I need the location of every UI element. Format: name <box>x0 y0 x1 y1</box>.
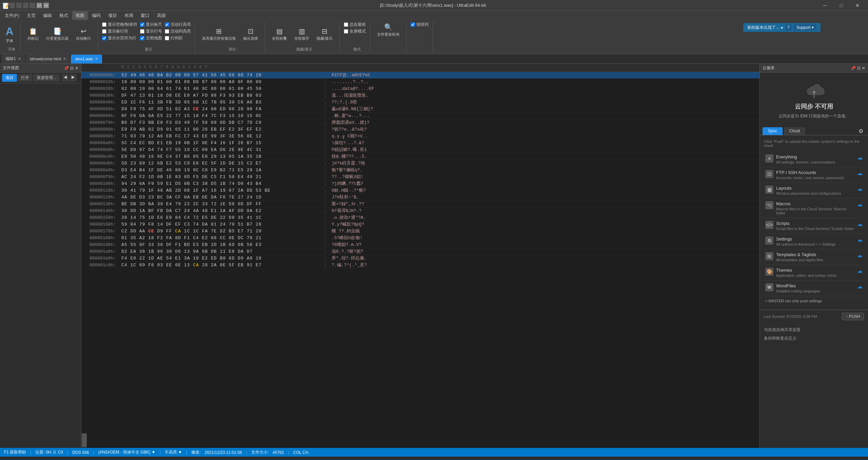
tab-sinx1[interactable]: sinx1.wav ✕ <box>71 55 102 63</box>
menu-home[interactable]: 主页 <box>23 11 39 20</box>
check-ruler-input[interactable] <box>140 22 144 27</box>
minimize-btn[interactable]: ─ <box>817 0 833 11</box>
check-show-newline[interactable]: 显示换行符 <box>102 28 137 34</box>
cloud-item-ftp[interactable]: ⊡ FTP / SSH Accounts Accounts, hosts, us… <box>764 167 864 183</box>
hex-scrollbar[interactable] <box>81 433 87 448</box>
fp-tab-open[interactable]: 打开 <box>18 74 33 82</box>
toolbar-icon-3[interactable] <box>23 3 28 8</box>
menu-format[interactable]: 格式 <box>56 11 72 20</box>
collapse-all-btn[interactable]: ▤ 全部折叠 <box>269 26 290 42</box>
tab-sinx1-close[interactable]: ✕ <box>95 57 98 61</box>
menu-project[interactable]: 项目 <box>105 11 120 20</box>
hex-row[interactable]: 00000110h:30 41 79 1F 48 AB 2D 08 1F A7 … <box>81 187 760 194</box>
menu-edit[interactable]: 编辑 <box>40 11 55 20</box>
fp-tab-project[interactable]: 项目 <box>2 74 17 82</box>
hex-row[interactable]: 000000b0h:5E D9 97 D4 74 F7 55 18 CC 00 … <box>81 147 760 153</box>
hex-row[interactable]: 00000080h:E9 F0 AB 02 D9 01 65 11 00 26 … <box>81 126 760 133</box>
hex-row[interactable]: 00000170h:C2 DD AA CE D9 FF CA 1C 1C FA … <box>81 228 760 235</box>
cloud-item-macros[interactable]: ⌥ Macros Macros files in the Cloud Servi… <box>764 198 864 218</box>
cloud-item-settings[interactable]: ⚙ Settings All options in Advanced > > S… <box>764 234 864 249</box>
check-active-col-input[interactable] <box>165 29 169 34</box>
cloud-item-layouts[interactable]: ▦ Layouts Window placements and configur… <box>764 183 864 198</box>
hex-row[interactable]: 000000f0h:AC 24 F2 1D 0B 1E 83 0D F5 DE … <box>81 174 760 180</box>
cloud-tab-sync[interactable]: Sync <box>763 127 783 135</box>
check-line-spacing-input[interactable] <box>165 36 169 40</box>
toolbar-icon-4[interactable] <box>30 3 35 8</box>
cloud-tab-cloud[interactable]: Cloud <box>784 127 805 135</box>
cloud-item-everything[interactable]: ≡ Everything All settings, themes, custo… <box>764 152 864 167</box>
menu-window[interactable]: 窗口 <box>137 11 153 20</box>
hex-row[interactable]: 000000d0h:5D 23 89 12 6B E2 53 C9 E0 EC … <box>81 160 760 167</box>
check-indent[interactable]: 缩排列 <box>411 22 429 27</box>
hex-row[interactable]: 00000010h:10 00 00 00 01 00 01 00 D0 07 … <box>81 79 760 85</box>
hex-row[interactable]: 00000140h:30 DD 1A BF FB DA C7 24 4A 48 … <box>81 208 760 214</box>
check-line-spacing[interactable]: 行间距 <box>165 35 191 41</box>
check-fullscreen-input[interactable] <box>344 29 348 34</box>
scrollbar-thumb[interactable] <box>82 434 87 447</box>
cloud-settings-btn[interactable]: ⚙ <box>856 127 865 135</box>
undo-btn[interactable]: ↩ <box>37 3 42 8</box>
cloud-item-templates[interactable]: ⊞ Templates & Taglists All templates and… <box>764 249 864 265</box>
hex-row[interactable]: 000001a0h:D2 EA 38 1B 96 30 D6 13 9A 6B … <box>81 248 760 255</box>
menu-encode[interactable]: 编码 <box>88 11 104 20</box>
toolbar-icon-1[interactable] <box>9 3 15 8</box>
poll-btn[interactable]: 🔍 文件更改轮询 <box>374 22 402 38</box>
check-docmap[interactable]: 文档地图 <box>140 35 162 41</box>
tab-edit1[interactable]: 编辑1 ✕ <box>1 55 25 63</box>
hex-row[interactable]: 00000130h:BE DB 3D BA 39 E4 79 22 2C 33 … <box>81 201 760 208</box>
cloud-panel-close[interactable]: ✕ <box>862 66 865 71</box>
row-change-btn[interactable]: 📑 行变更指示器 <box>43 26 71 42</box>
check-always-top-input[interactable] <box>344 22 348 27</box>
expand-all-btn[interactable]: ▥ 全部展开 <box>292 26 312 42</box>
cloud-extra-share[interactable]: 与其他实例共享设置 <box>764 326 864 334</box>
autowrap-btn[interactable]: ↩ 自动换行 <box>73 26 94 42</box>
cloud-item-wordfiles[interactable]: W WordFiles Installed coding languages ☁ <box>764 281 864 296</box>
check-linenum[interactable]: 显示行号 <box>140 28 162 34</box>
hex-row[interactable]: 00000040h:ED 1C F6 11 3B FB 3D 05 88 1C … <box>81 99 760 106</box>
hex-row[interactable]: 00000100h:94 29 6A F9 59 E1 D5 0B C3 38 … <box>81 180 760 187</box>
file-panel-close[interactable]: ✕ <box>75 66 78 71</box>
tab-idm[interactable]: idmwelcome.html ✕ <box>26 55 71 63</box>
hex-row[interactable]: 00000000h:52 49 46 46 BA B2 00 00 57 41 … <box>81 72 760 79</box>
help-icon[interactable]: ? <box>785 24 792 31</box>
hex-row[interactable]: 000000a0h:5C C4 EC BD E1 EB 19 0B 1F 0E … <box>81 140 760 147</box>
hide-show-btn[interactable]: ⊟ 隐藏/显示 <box>314 26 335 42</box>
new-version-banner[interactable]: 新的版本出现了... ▸ ? Support ▾ <box>743 23 821 32</box>
check-docmap-input[interactable] <box>140 36 144 40</box>
fp-tab-resource[interactable]: 资源管理... <box>33 74 60 82</box>
file-panel-pin[interactable]: 📌 <box>64 66 69 71</box>
check-ruler[interactable]: 显示标尺 <box>140 22 162 27</box>
redo-btn[interactable]: ↪ <box>43 3 49 8</box>
hex-row[interactable]: 000001b0h:F4 E0 22 1D AE 54 E1 3A 19 E2 … <box>81 255 760 262</box>
toolbar-icon-2[interactable] <box>16 3 22 8</box>
hex-content[interactable]: 00000000h:52 49 46 46 BA B2 00 00 57 41 … <box>81 72 760 433</box>
check-active-row-input[interactable] <box>165 22 169 27</box>
support-btn[interactable]: Support ▾ <box>794 24 816 31</box>
file-panel-float[interactable]: ⊡ <box>70 66 74 71</box>
check-show-pagebreak[interactable]: 显示分页符为行 <box>102 35 137 41</box>
check-fullscreen[interactable]: 全屏模式 <box>344 28 366 34</box>
hex-row[interactable]: 00000090h:71 03 79 12 A6 EB FC C7 43 EE … <box>81 133 760 140</box>
cloud-item-themes[interactable]: 🎨 Themes Application, editor, and syntax… <box>764 265 864 281</box>
hex-row[interactable]: 00000190h:A5 55 8F 33 38 DF F1 BD E3 EB … <box>81 242 760 248</box>
font-btn[interactable]: A 字体 <box>3 24 16 45</box>
tab-edit1-close[interactable]: ✕ <box>18 57 21 61</box>
hex-row[interactable]: 00000030h:DF 47 13 01 18 D8 EE E8 A7 FD … <box>81 92 760 99</box>
menu-advanced[interactable]: 高级 <box>154 11 169 20</box>
cloud-extra-backup[interactable]: 备份和恢复自定义 <box>764 334 864 343</box>
push-btn[interactable]: ↑ PUSH <box>842 313 864 320</box>
check-linenum-input[interactable] <box>140 29 144 34</box>
select-btn[interactable]: ⊡ 做出选择 <box>240 26 261 42</box>
check-show-spaces-input[interactable] <box>102 22 106 27</box>
check-show-newline-input[interactable] <box>102 29 106 34</box>
check-active-col[interactable]: 活动列高亮 <box>165 28 191 34</box>
cloud-item-scripts[interactable]: </> Scripts Script files in the Cloud Se… <box>764 218 864 234</box>
hex-row[interactable]: 00000060h:0F F6 DA 0A E5 22 77 15 18 F4 … <box>81 113 760 119</box>
hex-row[interactable]: 000000e0h:D3 E4 B4 1F DE 46 86 19 9C C8 … <box>81 167 760 174</box>
cloud-panel-float[interactable]: ⊡ <box>857 66 861 71</box>
close-btn[interactable]: ✕ <box>850 0 865 11</box>
check-indent-input[interactable] <box>411 22 415 27</box>
hex-row[interactable]: 00000150h:20 14 75 1D E6 E9 84 C4 72 E5 … <box>81 214 760 221</box>
hex-row[interactable]: 00000160h:59 04 79 F8 14 DF EF C3 74 DA … <box>81 221 760 228</box>
tab-idm-close[interactable]: ✕ <box>63 57 66 61</box>
